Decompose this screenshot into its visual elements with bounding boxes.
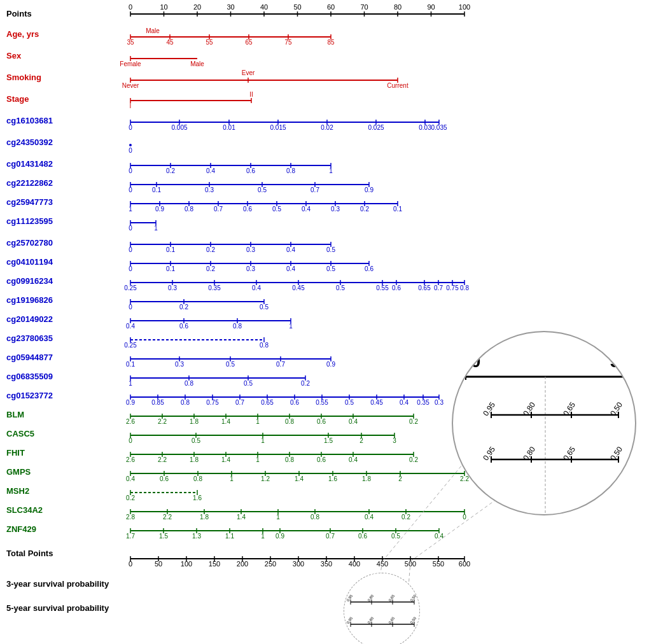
label-casc5: CASC5 (6, 429, 34, 438)
svg-text:200: 200 (237, 560, 248, 568)
svg-text:1.4: 1.4 (237, 514, 246, 521)
svg-text:0.4: 0.4 (349, 456, 358, 463)
svg-text:0.4: 0.4 (252, 284, 261, 291)
svg-text:0: 0 (129, 124, 132, 131)
svg-text:0.015: 0.015 (270, 124, 286, 131)
svg-text:0.2: 0.2 (409, 418, 418, 425)
label-cg04101194: cg04101194 (6, 257, 53, 267)
label-cg16103681: cg16103681 (6, 116, 53, 125)
svg-text:0.4: 0.4 (286, 265, 295, 272)
svg-text:0.005: 0.005 (171, 124, 187, 131)
label-cg11123595: cg11123595 (6, 216, 53, 226)
svg-text:0.2: 0.2 (401, 514, 410, 521)
svg-text:50: 50 (155, 560, 162, 568)
svg-text:0.2: 0.2 (126, 494, 135, 501)
svg-text:0.6: 0.6 (317, 456, 326, 463)
small-magnify-svg: 0.95 0.80 0.65 0.50 0.95 0.80 0.65 0.50 (344, 573, 420, 644)
svg-text:0.8: 0.8 (460, 284, 469, 291)
svg-text:150: 150 (209, 560, 220, 568)
svg-text:0.1: 0.1 (152, 186, 161, 193)
label-msh2: MSH2 (6, 486, 29, 496)
svg-text:250: 250 (265, 560, 276, 568)
svg-text:0.1: 0.1 (166, 265, 175, 272)
svg-text:2.6: 2.6 (126, 456, 135, 463)
label-znf429: ZNF429 (6, 524, 36, 534)
svg-text:0.9: 0.9 (126, 399, 135, 406)
svg-text:1.6: 1.6 (193, 494, 202, 501)
svg-text:0.5: 0.5 (244, 380, 253, 387)
svg-text:0.5: 0.5 (336, 284, 345, 291)
svg-text:0.5: 0.5 (272, 206, 281, 213)
svg-text:400: 400 (349, 560, 360, 568)
svg-text:0.3: 0.3 (205, 186, 214, 193)
svg-text:1.8: 1.8 (190, 456, 199, 463)
svg-text:0.95: 0.95 (346, 616, 354, 625)
svg-text:0.5: 0.5 (226, 361, 235, 368)
svg-text:0.4: 0.4 (302, 206, 311, 213)
svg-text:1: 1 (230, 475, 234, 482)
svg-text:0.6: 0.6 (243, 206, 252, 213)
magnify-circle-small: 0.95 0.80 0.65 0.50 0.95 0.80 0.65 0.50 (344, 573, 420, 644)
svg-text:0.80: 0.80 (367, 594, 375, 603)
svg-text:0.6: 0.6 (246, 167, 255, 174)
nomogram-svg: 0 10 20 30 40 50 60 70 80 90 100 35 45 5… (0, 0, 649, 644)
svg-text:1: 1 (261, 437, 265, 444)
svg-text:0.8: 0.8 (233, 323, 242, 330)
svg-text:1.8: 1.8 (362, 475, 371, 482)
svg-text:300: 300 (293, 560, 304, 568)
svg-text:0.7: 0.7 (311, 186, 319, 193)
svg-text:Ever: Ever (242, 69, 255, 76)
svg-text:0.4: 0.4 (286, 246, 295, 253)
svg-text:0: 0 (129, 246, 132, 253)
label-cg25702780: cg25702780 (6, 238, 53, 248)
svg-text:550: 550 (433, 560, 444, 568)
label-gmps: GMPS (6, 467, 31, 477)
svg-text:0.1: 0.1 (166, 246, 175, 253)
svg-text:2: 2 (359, 437, 363, 444)
svg-text:1.3: 1.3 (192, 533, 201, 540)
svg-text:0: 0 (463, 514, 466, 521)
label-stage: Stage (6, 94, 29, 104)
svg-text:Male: Male (190, 60, 204, 67)
svg-text:0.5: 0.5 (326, 246, 335, 253)
label-cg20149022: cg20149022 (6, 314, 53, 324)
svg-text:0.75: 0.75 (206, 399, 219, 406)
label-cg24350392: cg24350392 (6, 137, 53, 147)
svg-text:0.7: 0.7 (276, 361, 285, 368)
svg-text:1: 1 (154, 225, 158, 232)
svg-text:0.9: 0.9 (276, 533, 284, 540)
svg-text:1.4: 1.4 (295, 475, 304, 482)
svg-text:1.8: 1.8 (200, 514, 209, 521)
svg-text:II: II (249, 91, 253, 98)
svg-text:0.2: 0.2 (166, 167, 175, 174)
svg-text:70: 70 (360, 3, 368, 11)
svg-text:0.95: 0.95 (346, 594, 354, 603)
svg-text:0.025: 0.025 (368, 124, 384, 131)
svg-text:1: 1 (129, 380, 132, 387)
svg-text:0.9: 0.9 (155, 206, 164, 213)
svg-text:I: I (130, 102, 132, 109)
svg-text:0.50: 0.50 (410, 594, 417, 603)
svg-text:0.6: 0.6 (317, 418, 326, 425)
svg-text:0.3: 0.3 (435, 399, 443, 406)
svg-text:60: 60 (327, 3, 335, 11)
svg-text:0.5: 0.5 (391, 533, 400, 540)
svg-text:1.7: 1.7 (126, 533, 135, 540)
svg-text:0.7: 0.7 (214, 206, 223, 213)
label-cg19196826: cg19196826 (6, 295, 53, 305)
label-survival3: 3-year survival probability (6, 579, 109, 589)
svg-text:0.01: 0.01 (223, 124, 235, 131)
svg-text:0.25: 0.25 (124, 284, 137, 291)
svg-text:1: 1 (289, 323, 293, 330)
svg-text:0.85: 0.85 (151, 399, 164, 406)
label-cg06835509: cg06835509 (6, 372, 53, 381)
svg-text:45: 45 (166, 39, 174, 46)
svg-text:1: 1 (129, 206, 132, 213)
svg-text:0.1: 0.1 (126, 361, 135, 368)
svg-text:0.25: 0.25 (124, 342, 137, 349)
svg-text:0.4: 0.4 (126, 323, 135, 330)
svg-text:0.50: 0.50 (410, 616, 417, 625)
svg-text:1.5: 1.5 (159, 533, 168, 540)
svg-text:0.5: 0.5 (345, 399, 354, 406)
svg-text:0.7: 0.7 (326, 533, 335, 540)
